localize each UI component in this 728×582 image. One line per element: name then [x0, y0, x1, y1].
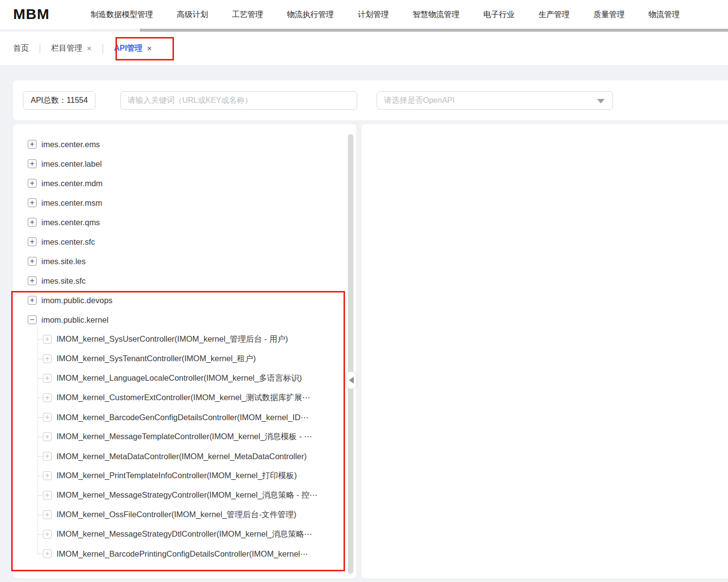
nav-item-9[interactable]: 物流管理 — [649, 10, 680, 20]
expand-node-icon[interactable]: + — [28, 296, 37, 305]
tree-node-service[interactable]: +imes.center.mdm — [13, 174, 345, 193]
tree-node-controller[interactable]: +IMOM_kernel_BarcodePrintingConfigDetail… — [13, 544, 345, 563]
tree-connector-stub — [38, 534, 43, 535]
tree-node-controller[interactable]: +IMOM_kernel_CustomerExtController(IMOM_… — [13, 388, 345, 407]
panel-collapse-handle[interactable] — [346, 371, 357, 389]
tree-node-label: IMOM_kernel_MessageStrategyController(IM… — [57, 490, 318, 501]
nav-item-0[interactable]: 制造数据模型管理 — [91, 10, 153, 20]
tab-API管理[interactable]: API管理× — [114, 43, 152, 54]
tree-node-controller[interactable]: +IMOM_kernel_MessageStrategyDtlControlle… — [13, 524, 345, 544]
nav-scrollbar-thumb[interactable] — [140, 29, 728, 32]
tab-label: 首页 — [13, 43, 29, 54]
collapse-left-icon — [349, 377, 354, 384]
tree-node-label: imes.center.qms — [41, 218, 100, 227]
expand-node-icon[interactable]: + — [43, 432, 52, 441]
tab-首页[interactable]: 首页 — [13, 43, 29, 54]
tree-connector-stub — [38, 378, 43, 379]
close-icon[interactable]: × — [147, 44, 152, 53]
tree-connector-stub — [38, 495, 43, 496]
expand-node-icon[interactable]: + — [28, 218, 37, 227]
nav-item-1[interactable]: 高级计划 — [177, 10, 208, 20]
tree-node-label: IMOM_kernel_MetaDataController(IMOM_kern… — [57, 452, 307, 461]
tree-connector-stub — [38, 417, 43, 418]
tree-node-service[interactable]: +imom.public.devops — [13, 291, 345, 310]
tab-label: API管理 — [114, 43, 143, 54]
tree-node-service[interactable]: +imes.center.ems — [13, 135, 345, 154]
nav-item-3[interactable]: 物流执行管理 — [287, 10, 334, 20]
expand-node-icon[interactable]: + — [28, 276, 37, 285]
expand-node-icon[interactable]: + — [43, 510, 52, 519]
api-total-badge: API总数：11554 — [23, 91, 96, 110]
tree-node-label: IMOM_kernel_BarcodeGenConfigDetailsContr… — [57, 413, 308, 422]
nav-item-7[interactable]: 生产管理 — [538, 10, 570, 20]
nav-item-8[interactable]: 质量管理 — [594, 10, 625, 20]
expand-node-icon[interactable]: + — [43, 354, 52, 363]
expand-node-icon[interactable]: + — [43, 335, 52, 344]
tree-node-label: imes.site.les — [41, 257, 86, 266]
nav-item-2[interactable]: 工艺管理 — [232, 10, 263, 20]
tree-node-label: imes.center.label — [41, 159, 102, 169]
filter-card: API总数：11554 请选择是否OpenAPI — [13, 80, 728, 120]
expand-node-icon[interactable]: + — [43, 413, 52, 422]
collapse-node-icon[interactable]: − — [28, 315, 37, 324]
expand-node-icon[interactable]: + — [43, 374, 52, 383]
tree-node-service[interactable]: +imes.site.les — [13, 252, 345, 271]
tab-label: 栏目管理 — [51, 43, 82, 54]
tree-node-label: IMOM_kernel_LanguageLocaleController(IMO… — [57, 373, 302, 384]
tree-node-label: imes.center.sfc — [41, 237, 95, 247]
tree-node-label: IMOM_kernel_OssFileController(IMOM_kerne… — [57, 509, 296, 520]
expand-node-icon[interactable]: + — [28, 198, 37, 207]
tree-node-label: imes.site.sfc — [41, 276, 86, 286]
expand-node-icon[interactable]: + — [43, 452, 52, 461]
expand-node-icon[interactable]: + — [28, 257, 37, 266]
tree-node-label: IMOM_kernel_SysTenantController(IMOM_ker… — [57, 353, 256, 364]
nav-item-6[interactable]: 电子行业 — [483, 10, 515, 20]
tree-node-label: imes.center.ems — [41, 140, 100, 149]
tree-node-service[interactable]: +imes.center.msm — [13, 193, 345, 213]
tree-connector-stub — [38, 398, 43, 398]
tree-node-service[interactable]: +imes.center.qms — [13, 213, 345, 232]
expand-node-icon[interactable]: + — [28, 159, 37, 168]
tree-node-controller[interactable]: +IMOM_kernel_PrintTemplateInfoController… — [13, 466, 345, 485]
tree-node-controller[interactable]: +IMOM_kernel_LanguageLocaleController(IM… — [13, 369, 345, 388]
app-header: MBM 制造数据模型管理高级计划工艺管理物流执行管理计划管理智慧物流管理电子行业… — [0, 0, 728, 29]
tree-connector-stub — [38, 554, 43, 554]
expand-node-icon[interactable]: + — [43, 471, 52, 480]
tree-node-controller[interactable]: +IMOM_kernel_MetaDataController(IMOM_ker… — [13, 446, 345, 466]
close-icon[interactable]: × — [87, 44, 92, 53]
tree-connector-stub — [38, 359, 43, 359]
tree-node-controller[interactable]: +IMOM_kernel_SysUserController(IMOM_kern… — [13, 330, 345, 349]
tree-connector-stub — [38, 476, 43, 476]
tree-node-controller[interactable]: +IMOM_kernel_SysTenantController(IMOM_ke… — [13, 349, 345, 369]
tree-node-service[interactable]: +imes.center.label — [13, 154, 345, 174]
expand-node-icon[interactable]: + — [28, 237, 37, 246]
tree-node-label: IMOM_kernel_MessageStrategyDtlController… — [57, 529, 312, 540]
expand-node-icon[interactable]: + — [43, 393, 52, 402]
tree-node-label: imom.public.kernel — [41, 315, 109, 325]
expand-node-icon[interactable]: + — [28, 179, 37, 188]
tree-node-service[interactable]: +imes.center.sfc — [13, 232, 345, 252]
nav-item-4[interactable]: 计划管理 — [358, 10, 389, 20]
expand-node-icon[interactable]: + — [43, 530, 52, 539]
tree-node-service[interactable]: +imes.site.sfc — [13, 271, 345, 291]
tree-node-label: imes.center.msm — [41, 198, 102, 208]
tree-node-label: IMOM_kernel_PrintTemplateInfoController(… — [57, 470, 297, 481]
tree-node-controller[interactable]: +IMOM_kernel_OssFileController(IMOM_kern… — [13, 505, 345, 524]
tree-node-service[interactable]: −imom.public.kernel — [13, 310, 345, 330]
keyword-search-input[interactable] — [120, 91, 357, 110]
openapi-select-placeholder: 请选择是否OpenAPI — [384, 96, 455, 106]
tree-node-controller[interactable]: +IMOM_kernel_BarcodeGenConfigDetailsCont… — [13, 407, 345, 427]
tree-node-controller[interactable]: +IMOM_kernel_MessageTemplateController(I… — [13, 427, 345, 446]
tree-node-label: IMOM_kernel_SysUserController(IMOM_kerne… — [57, 334, 288, 345]
expand-node-icon[interactable]: + — [43, 549, 52, 558]
expand-node-icon[interactable]: + — [28, 140, 37, 149]
tree-node-controller[interactable]: +IMOM_kernel_MessageStrategyController(I… — [13, 485, 345, 505]
brand-logo: MBM — [13, 6, 50, 22]
openapi-select[interactable]: 请选择是否OpenAPI — [377, 91, 613, 110]
tab-栏目管理[interactable]: 栏目管理× — [51, 43, 92, 54]
expand-node-icon[interactable]: + — [43, 491, 52, 500]
tree-node-label: imes.center.mdm — [41, 179, 103, 188]
nav-item-5[interactable]: 智慧物流管理 — [413, 10, 460, 20]
tree-scrollbar-thumb[interactable] — [348, 134, 353, 574]
tree-node-label: IMOM_kernel_BarcodePrintingConfigDetails… — [57, 549, 308, 559]
